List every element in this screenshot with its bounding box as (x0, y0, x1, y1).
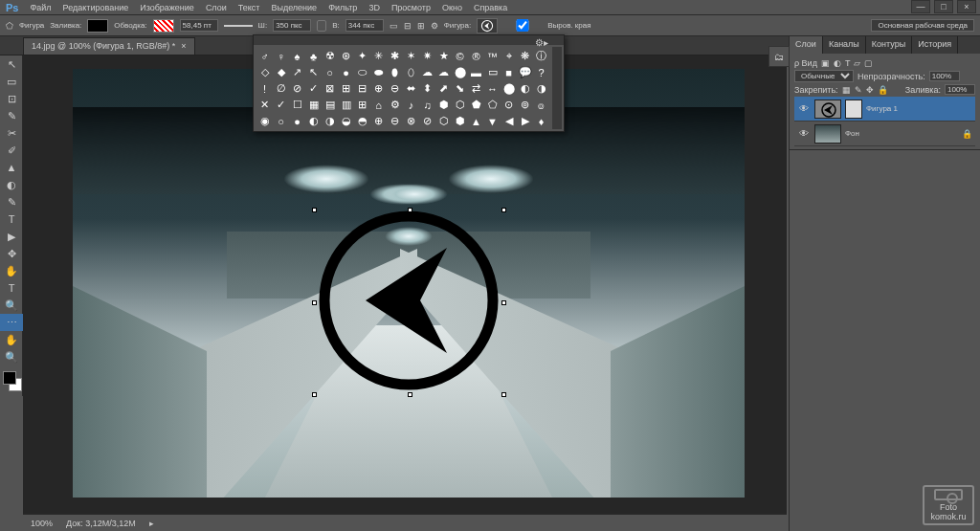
shape-swatch[interactable]: ♂ (257, 49, 272, 63)
shape-swatch[interactable]: ★ (436, 49, 451, 63)
lock-transparency-icon[interactable]: ▦ (842, 85, 851, 95)
shape-swatch[interactable]: ⬬ (371, 65, 386, 79)
menu-file[interactable]: Файл (30, 3, 51, 12)
visibility-icon[interactable]: 👁 (797, 128, 811, 139)
shape-swatch[interactable]: ♥ (257, 130, 272, 131)
gear-icon[interactable]: ⚙ (431, 21, 438, 31)
stroke-style-icon[interactable] (224, 25, 253, 27)
shape-swatch[interactable]: ⊖ (388, 114, 402, 128)
shape-swatch[interactable]: ♣ (306, 49, 321, 63)
shape-swatch[interactable]: ✱ (388, 49, 402, 63)
stroke-swatch[interactable] (153, 19, 174, 33)
shape-swatch[interactable]: ↗ (290, 65, 304, 79)
layer-name[interactable]: Фигура 1 (866, 104, 898, 113)
shape-mode-icon[interactable]: ⬠ (6, 21, 13, 31)
shape-swatch[interactable]: ? (534, 65, 548, 79)
shape-swatch[interactable]: ▶ (518, 114, 532, 128)
menu-help[interactable]: Справка (474, 3, 507, 12)
shape-swatch[interactable]: ☐ (290, 98, 304, 112)
shape-swatch[interactable]: ✶ (404, 49, 418, 63)
shape-swatch[interactable]: ■ (501, 65, 516, 79)
shape-swatch[interactable]: ● (339, 65, 353, 79)
layer-thumbnail[interactable] (814, 100, 841, 119)
shape-swatch[interactable]: ✦ (355, 49, 369, 63)
maximize-button[interactable]: □ (934, 0, 953, 13)
shape-swatch[interactable]: ⊚ (518, 98, 532, 112)
layer-mask-thumbnail[interactable] (845, 100, 862, 119)
menu-layers[interactable]: Слои (206, 3, 227, 12)
shape-swatch[interactable]: ® (469, 49, 483, 63)
shape-swatch[interactable]: ▭ (485, 65, 500, 79)
shape-swatch[interactable]: ⊠ (323, 81, 337, 96)
shape-swatch[interactable]: ◐ (518, 81, 532, 96)
shape-swatch[interactable]: ♫ (420, 98, 434, 112)
transform-handle[interactable] (312, 300, 317, 305)
shape-swatch[interactable]: ◑ (323, 114, 337, 128)
visibility-icon[interactable]: 👁 (797, 103, 811, 114)
shape-swatch[interactable]: ♪ (404, 98, 418, 112)
shape-swatch[interactable]: ⬡ (436, 114, 451, 128)
layer-name[interactable]: Фон (845, 129, 859, 138)
shape-swatch[interactable]: ⬢ (453, 114, 467, 128)
shape-swatch[interactable]: ™ (485, 49, 500, 63)
shape-swatch[interactable]: ⊘ (420, 114, 434, 128)
shape-swatch[interactable]: ○ (323, 65, 337, 79)
shape-swatch[interactable]: © (453, 49, 467, 63)
eyedropper-tool[interactable]: ✐ (0, 142, 23, 159)
custom-shape-tool[interactable]: ⋯ (0, 314, 23, 331)
shape-swatch[interactable]: ⬮ (388, 65, 402, 79)
status-arrow-icon[interactable]: ▸ (149, 519, 154, 528)
tab-history[interactable]: История (912, 36, 958, 54)
gradient-tool[interactable]: ▶ (0, 228, 23, 245)
layer-row[interactable]: 👁 Фон 🔒 (794, 122, 975, 146)
filter-smart-icon[interactable]: ▢ (864, 58, 873, 68)
pathops-icon[interactable]: ▭ (390, 21, 398, 31)
lock-all-icon[interactable]: 🔒 (878, 85, 888, 95)
filter-type-icon[interactable]: T (845, 58, 851, 68)
transform-handle[interactable] (501, 300, 506, 305)
lock-pixels-icon[interactable]: ✎ (855, 85, 862, 95)
fill-swatch[interactable] (87, 19, 108, 33)
shape-swatch[interactable]: 💬 (518, 65, 532, 79)
popup-menu-icon[interactable]: ⚙▸ (533, 35, 550, 50)
shape-picker-button[interactable] (477, 18, 498, 33)
shape-swatch[interactable]: ☁ (420, 65, 434, 79)
menu-image[interactable]: Изображение (140, 3, 194, 12)
transform-handle[interactable] (501, 208, 506, 212)
menu-3d[interactable]: 3D (368, 3, 380, 12)
shape-swatch[interactable]: ◑ (534, 81, 548, 96)
menu-edit[interactable]: Редактирование (63, 3, 129, 12)
shape-swatch[interactable]: ▬ (469, 65, 483, 79)
type-tool[interactable]: T (0, 279, 23, 297)
zoom-tool[interactable]: 🔍 (0, 348, 23, 365)
shape-swatch[interactable]: ⬯ (404, 65, 418, 79)
shape-swatch[interactable]: ⬤ (453, 65, 467, 79)
opacity-input[interactable] (929, 71, 960, 81)
shape-swatch[interactable]: ⬈ (436, 81, 451, 96)
shape-swatch[interactable]: ⌂ (371, 98, 386, 112)
filter-adjust-icon[interactable]: ◐ (834, 58, 841, 68)
zoom-level[interactable]: 100% (31, 519, 53, 528)
transform-handle[interactable] (408, 392, 412, 397)
path-tool[interactable]: 🔍 (0, 297, 23, 314)
shape-swatch[interactable]: ⬟ (469, 98, 483, 112)
blend-mode-select[interactable]: Обычные (794, 70, 854, 82)
shape-swatch[interactable]: ◆ (274, 65, 288, 79)
heal-tool[interactable]: ▲ (0, 159, 23, 176)
document-tab[interactable]: 14.jpg @ 100% (Фигура 1, RGB/8#) * × (23, 37, 195, 55)
shape-swatch[interactable]: ❋ (518, 49, 532, 63)
shape-swatch[interactable]: ▲ (469, 114, 483, 128)
foreground-color[interactable] (3, 371, 16, 385)
tab-layers[interactable]: Слои (790, 36, 823, 54)
shape-swatch[interactable]: ▼ (485, 114, 500, 128)
shape-swatch[interactable]: ⊞ (339, 81, 353, 96)
shape-swatch[interactable]: ⬭ (355, 65, 369, 79)
shape-swatch[interactable]: ♦ (534, 114, 548, 128)
shape-swatch[interactable]: ⬍ (420, 81, 434, 96)
shape-swatch[interactable]: ⓘ (534, 49, 548, 63)
shape-swatch[interactable]: ✓ (274, 98, 288, 112)
layer-thumbnail[interactable] (814, 124, 841, 144)
shape-swatch[interactable]: ⊛ (339, 49, 353, 63)
menu-view[interactable]: Просмотр (391, 3, 431, 12)
stroke-width-input[interactable] (180, 19, 218, 32)
